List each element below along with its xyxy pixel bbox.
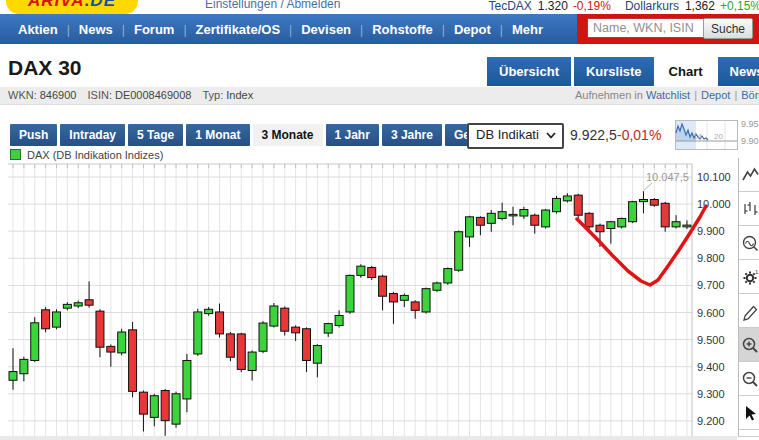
nav-separator: | (442, 23, 445, 37)
watchlist-link-watchlist[interactable]: Watchlist (646, 89, 690, 101)
period-button-5tage[interactable]: 5 Tage (128, 124, 183, 146)
candle (281, 308, 289, 331)
watchlist-link-brsenspie[interactable]: Börsenspie (741, 89, 759, 101)
search-input[interactable] (587, 18, 705, 38)
candle (585, 213, 593, 227)
candle (42, 310, 50, 329)
candle (639, 199, 647, 201)
indicator-dropdown[interactable]: DB Indikati (467, 123, 564, 149)
candle (248, 352, 256, 370)
candle (596, 225, 604, 232)
ohlc-chart-button[interactable] (739, 192, 759, 226)
period-button-3jahre[interactable]: 3 Jahre (382, 124, 442, 146)
ticker-index-link[interactable]: Dollarkurs (625, 0, 679, 13)
draw-pencil-button[interactable] (739, 294, 759, 328)
candle (161, 391, 169, 421)
search-zone: Suche (577, 14, 759, 44)
period-button-1jahr[interactable]: 1 Jahr (326, 124, 379, 146)
page-title: DAX 30 (8, 56, 82, 80)
tab-news[interactable]: News (718, 57, 759, 86)
candle (607, 222, 615, 229)
nav-item-zertifikateos[interactable]: Zertifikate/OS (196, 22, 281, 37)
watchlist-prefix: Aufnehmen in (575, 89, 646, 101)
nav-item-mehr[interactable]: Mehr (512, 22, 543, 37)
svg-text:1: 1 (755, 268, 759, 274)
chart-minimap[interactable]: 14 20 (675, 120, 738, 150)
candle (52, 312, 60, 327)
tab-chart[interactable]: Chart (657, 57, 715, 86)
tab-bersicht[interactable]: Übersicht (487, 57, 571, 86)
logo-text-blue: .DE (85, 0, 116, 10)
chart-toolbar: 1 (738, 158, 759, 437)
cursor-button[interactable] (739, 396, 759, 430)
y-axis-tick-label: 9.800 (697, 252, 725, 264)
y-axis-tick-label: 10.100 (697, 171, 731, 183)
drawn-trend-annotation (577, 206, 706, 285)
period-button-1monat[interactable]: 1 Monat (186, 124, 249, 146)
typ-label: Typ: (203, 89, 224, 101)
minimap-y-labels: 9.95 9.90 (741, 119, 759, 153)
candle (150, 396, 158, 418)
cursor-icon (740, 403, 759, 423)
site-logo[interactable]: ARIVA.DE (6, 0, 138, 14)
ticker-value: 1,362 (685, 0, 715, 13)
y-axis-tick-label: 10.000 (697, 198, 731, 210)
candle (237, 334, 245, 370)
nav-item-devisen[interactable]: Devisen (301, 22, 351, 37)
nav-item-forum[interactable]: Forum (134, 22, 174, 37)
candle (270, 306, 278, 326)
settings-gear-button[interactable]: 1 (739, 260, 759, 294)
candle (379, 276, 387, 296)
indicator-button[interactable] (739, 226, 759, 260)
zoom-out-button[interactable] (739, 362, 759, 396)
account-settings-link[interactable]: Einstellungen / Abmelden (205, 0, 340, 11)
instrument-tabs: ÜbersichtKurslisteChartNewsForum (487, 57, 759, 86)
candle (335, 315, 343, 325)
zoom-in-icon (740, 335, 759, 355)
candle (629, 202, 637, 222)
period-button-intraday[interactable]: Intraday (60, 124, 125, 146)
period-buttons: PushIntraday5 Tage1 Monat3 Monate1 Jahr3… (10, 124, 510, 146)
candle (31, 323, 39, 361)
line-chart-icon (740, 165, 759, 185)
candle (661, 203, 669, 227)
candle (444, 269, 452, 283)
nav-item-news[interactable]: News (79, 22, 113, 37)
candle (542, 210, 550, 227)
isin-label: ISIN: (88, 89, 112, 101)
period-button-push[interactable]: Push (10, 124, 57, 146)
watchlist-link-depot[interactable]: Depot (701, 89, 730, 101)
candle (672, 222, 680, 227)
candle (74, 303, 82, 306)
candle (20, 359, 28, 373)
ohlc-chart-icon (740, 199, 759, 219)
period-button-3monate[interactable]: 3 Monate (253, 124, 323, 146)
main-nav: Aktien|News|Forum|Zertifikate/OS|Devisen… (0, 14, 759, 44)
y-axis-tick-label: 9.400 (697, 361, 725, 373)
toolbar-button-partial[interactable] (739, 430, 759, 437)
candle (520, 210, 528, 217)
legend-color-swatch (10, 149, 21, 160)
legend-series-label: DAX (DB Indikation Indizes) (27, 149, 163, 161)
candle (487, 213, 495, 223)
search-button[interactable]: Suche (703, 18, 753, 39)
high-price-annotation: 10.047,5 (646, 171, 689, 183)
candle (346, 275, 354, 312)
zoom-in-button[interactable] (739, 328, 759, 362)
nav-item-rohstoffe[interactable]: Rohstoffe (372, 22, 433, 37)
nav-item-aktien[interactable]: Aktien (18, 22, 58, 37)
watchlist-separator: | (734, 89, 737, 101)
minimap-x-label: 20 (714, 132, 723, 141)
ticker-index-link[interactable]: TecDAX (488, 0, 531, 13)
candle (574, 195, 582, 215)
nav-separator: | (289, 23, 292, 37)
nav-separator: | (122, 23, 125, 37)
candle (194, 312, 202, 354)
nav-item-depot[interactable]: Depot (454, 22, 491, 37)
wkn-label: WKN: (8, 89, 37, 101)
tab-kursliste[interactable]: Kursliste (574, 57, 654, 86)
candle (400, 295, 408, 300)
candle (466, 217, 474, 237)
line-chart-button[interactable] (739, 158, 759, 192)
candle (183, 360, 191, 398)
